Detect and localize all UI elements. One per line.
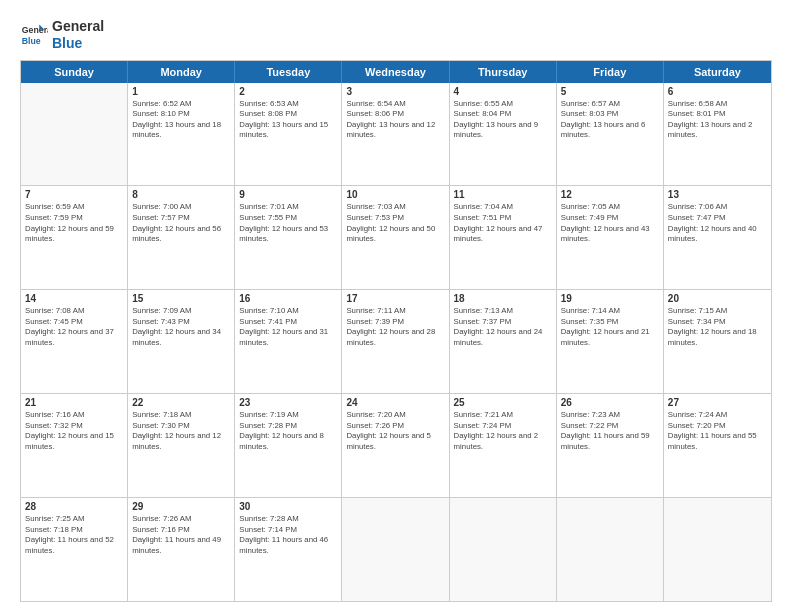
calendar-cell-empty: [342, 498, 449, 601]
day-number: 15: [132, 293, 230, 304]
calendar-cell-day-27: 27Sunrise: 7:24 AMSunset: 7:20 PMDayligh…: [664, 394, 771, 497]
cell-detail: Sunrise: 7:04 AMSunset: 7:51 PMDaylight:…: [454, 202, 552, 244]
day-number: 23: [239, 397, 337, 408]
cell-detail: Sunrise: 7:24 AMSunset: 7:20 PMDaylight:…: [668, 410, 767, 452]
calendar-cell-day-9: 9Sunrise: 7:01 AMSunset: 7:55 PMDaylight…: [235, 186, 342, 289]
weekday-header-sunday: Sunday: [21, 61, 128, 83]
calendar-cell-day-4: 4Sunrise: 6:55 AMSunset: 8:04 PMDaylight…: [450, 83, 557, 186]
calendar-cell-empty: [450, 498, 557, 601]
cell-detail: Sunrise: 6:54 AMSunset: 8:06 PMDaylight:…: [346, 99, 444, 141]
calendar-cell-day-15: 15Sunrise: 7:09 AMSunset: 7:43 PMDayligh…: [128, 290, 235, 393]
cell-detail: Sunrise: 7:23 AMSunset: 7:22 PMDaylight:…: [561, 410, 659, 452]
cell-detail: Sunrise: 7:03 AMSunset: 7:53 PMDaylight:…: [346, 202, 444, 244]
cell-detail: Sunrise: 7:20 AMSunset: 7:26 PMDaylight:…: [346, 410, 444, 452]
cell-detail: Sunrise: 7:25 AMSunset: 7:18 PMDaylight:…: [25, 514, 123, 556]
calendar-cell-day-26: 26Sunrise: 7:23 AMSunset: 7:22 PMDayligh…: [557, 394, 664, 497]
cell-detail: Sunrise: 7:00 AMSunset: 7:57 PMDaylight:…: [132, 202, 230, 244]
weekday-header-monday: Monday: [128, 61, 235, 83]
calendar-cell-empty: [21, 83, 128, 186]
calendar-cell-day-11: 11Sunrise: 7:04 AMSunset: 7:51 PMDayligh…: [450, 186, 557, 289]
calendar-cell-day-21: 21Sunrise: 7:16 AMSunset: 7:32 PMDayligh…: [21, 394, 128, 497]
calendar-cell-day-8: 8Sunrise: 7:00 AMSunset: 7:57 PMDaylight…: [128, 186, 235, 289]
logo-text: General Blue: [52, 18, 104, 52]
calendar-cell-day-10: 10Sunrise: 7:03 AMSunset: 7:53 PMDayligh…: [342, 186, 449, 289]
cell-detail: Sunrise: 6:55 AMSunset: 8:04 PMDaylight:…: [454, 99, 552, 141]
cell-detail: Sunrise: 6:59 AMSunset: 7:59 PMDaylight:…: [25, 202, 123, 244]
day-number: 5: [561, 86, 659, 97]
cell-detail: Sunrise: 6:57 AMSunset: 8:03 PMDaylight:…: [561, 99, 659, 141]
calendar-cell-empty: [664, 498, 771, 601]
day-number: 13: [668, 189, 767, 200]
calendar-header: SundayMondayTuesdayWednesdayThursdayFrid…: [21, 61, 771, 83]
calendar-cell-day-2: 2Sunrise: 6:53 AMSunset: 8:08 PMDaylight…: [235, 83, 342, 186]
day-number: 24: [346, 397, 444, 408]
day-number: 30: [239, 501, 337, 512]
calendar-row-5: 28Sunrise: 7:25 AMSunset: 7:18 PMDayligh…: [21, 497, 771, 601]
day-number: 22: [132, 397, 230, 408]
calendar-cell-day-16: 16Sunrise: 7:10 AMSunset: 7:41 PMDayligh…: [235, 290, 342, 393]
calendar-cell-day-19: 19Sunrise: 7:14 AMSunset: 7:35 PMDayligh…: [557, 290, 664, 393]
header: General Blue General Blue: [20, 18, 772, 52]
calendar-cell-day-13: 13Sunrise: 7:06 AMSunset: 7:47 PMDayligh…: [664, 186, 771, 289]
day-number: 4: [454, 86, 552, 97]
calendar-row-4: 21Sunrise: 7:16 AMSunset: 7:32 PMDayligh…: [21, 393, 771, 497]
day-number: 16: [239, 293, 337, 304]
calendar-cell-day-6: 6Sunrise: 6:58 AMSunset: 8:01 PMDaylight…: [664, 83, 771, 186]
day-number: 6: [668, 86, 767, 97]
calendar-cell-day-25: 25Sunrise: 7:21 AMSunset: 7:24 PMDayligh…: [450, 394, 557, 497]
day-number: 2: [239, 86, 337, 97]
cell-detail: Sunrise: 7:15 AMSunset: 7:34 PMDaylight:…: [668, 306, 767, 348]
day-number: 28: [25, 501, 123, 512]
calendar-cell-day-28: 28Sunrise: 7:25 AMSunset: 7:18 PMDayligh…: [21, 498, 128, 601]
weekday-header-tuesday: Tuesday: [235, 61, 342, 83]
cell-detail: Sunrise: 7:19 AMSunset: 7:28 PMDaylight:…: [239, 410, 337, 452]
cell-detail: Sunrise: 7:10 AMSunset: 7:41 PMDaylight:…: [239, 306, 337, 348]
cell-detail: Sunrise: 6:58 AMSunset: 8:01 PMDaylight:…: [668, 99, 767, 141]
day-number: 25: [454, 397, 552, 408]
cell-detail: Sunrise: 7:05 AMSunset: 7:49 PMDaylight:…: [561, 202, 659, 244]
cell-detail: Sunrise: 7:09 AMSunset: 7:43 PMDaylight:…: [132, 306, 230, 348]
calendar-cell-day-5: 5Sunrise: 6:57 AMSunset: 8:03 PMDaylight…: [557, 83, 664, 186]
day-number: 8: [132, 189, 230, 200]
day-number: 21: [25, 397, 123, 408]
cell-detail: Sunrise: 7:13 AMSunset: 7:37 PMDaylight:…: [454, 306, 552, 348]
calendar-cell-day-12: 12Sunrise: 7:05 AMSunset: 7:49 PMDayligh…: [557, 186, 664, 289]
day-number: 1: [132, 86, 230, 97]
svg-text:Blue: Blue: [22, 36, 41, 46]
calendar-cell-empty: [557, 498, 664, 601]
calendar-cell-day-22: 22Sunrise: 7:18 AMSunset: 7:30 PMDayligh…: [128, 394, 235, 497]
weekday-header-wednesday: Wednesday: [342, 61, 449, 83]
cell-detail: Sunrise: 6:53 AMSunset: 8:08 PMDaylight:…: [239, 99, 337, 141]
cell-detail: Sunrise: 7:21 AMSunset: 7:24 PMDaylight:…: [454, 410, 552, 452]
calendar-cell-day-30: 30Sunrise: 7:28 AMSunset: 7:14 PMDayligh…: [235, 498, 342, 601]
cell-detail: Sunrise: 7:01 AMSunset: 7:55 PMDaylight:…: [239, 202, 337, 244]
cell-detail: Sunrise: 7:18 AMSunset: 7:30 PMDaylight:…: [132, 410, 230, 452]
day-number: 7: [25, 189, 123, 200]
day-number: 10: [346, 189, 444, 200]
day-number: 29: [132, 501, 230, 512]
day-number: 12: [561, 189, 659, 200]
calendar-cell-day-23: 23Sunrise: 7:19 AMSunset: 7:28 PMDayligh…: [235, 394, 342, 497]
day-number: 14: [25, 293, 123, 304]
day-number: 11: [454, 189, 552, 200]
svg-text:General: General: [22, 25, 48, 35]
cell-detail: Sunrise: 7:06 AMSunset: 7:47 PMDaylight:…: [668, 202, 767, 244]
day-number: 26: [561, 397, 659, 408]
calendar-cell-day-17: 17Sunrise: 7:11 AMSunset: 7:39 PMDayligh…: [342, 290, 449, 393]
calendar-cell-day-18: 18Sunrise: 7:13 AMSunset: 7:37 PMDayligh…: [450, 290, 557, 393]
cell-detail: Sunrise: 7:14 AMSunset: 7:35 PMDaylight:…: [561, 306, 659, 348]
cell-detail: Sunrise: 7:26 AMSunset: 7:16 PMDaylight:…: [132, 514, 230, 556]
calendar-cell-day-3: 3Sunrise: 6:54 AMSunset: 8:06 PMDaylight…: [342, 83, 449, 186]
cell-detail: Sunrise: 7:16 AMSunset: 7:32 PMDaylight:…: [25, 410, 123, 452]
cell-detail: Sunrise: 7:28 AMSunset: 7:14 PMDaylight:…: [239, 514, 337, 556]
calendar-body: 1Sunrise: 6:52 AMSunset: 8:10 PMDaylight…: [21, 83, 771, 601]
cell-detail: Sunrise: 6:52 AMSunset: 8:10 PMDaylight:…: [132, 99, 230, 141]
day-number: 9: [239, 189, 337, 200]
logo: General Blue General Blue: [20, 18, 104, 52]
calendar-cell-day-20: 20Sunrise: 7:15 AMSunset: 7:34 PMDayligh…: [664, 290, 771, 393]
logo-icon: General Blue: [20, 21, 48, 49]
calendar-cell-day-1: 1Sunrise: 6:52 AMSunset: 8:10 PMDaylight…: [128, 83, 235, 186]
calendar-cell-day-7: 7Sunrise: 6:59 AMSunset: 7:59 PMDaylight…: [21, 186, 128, 289]
day-number: 18: [454, 293, 552, 304]
cell-detail: Sunrise: 7:11 AMSunset: 7:39 PMDaylight:…: [346, 306, 444, 348]
